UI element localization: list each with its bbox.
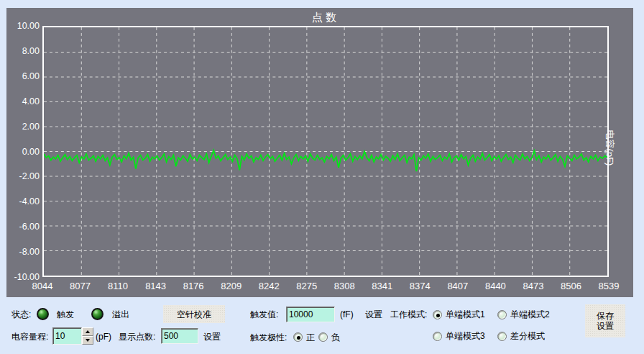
- radio-dot: [297, 336, 300, 340]
- display-points-label: 显示点数:: [119, 331, 155, 342]
- display-points-set-button[interactable]: 设置: [203, 331, 221, 342]
- radio-polarity-negative-label[interactable]: 负: [331, 332, 340, 343]
- y-tick-label: 10.00: [6, 20, 40, 32]
- x-tick-label: 8077: [59, 281, 102, 292]
- overflow-led: [91, 308, 104, 320]
- overflow-led-label: 溢出: [112, 309, 129, 320]
- x-tick-label: 8143: [134, 281, 178, 292]
- plot-area: [42, 26, 609, 277]
- stepper-up-icon[interactable]: [82, 327, 93, 336]
- x-tick-label: 8176: [172, 281, 215, 292]
- x-tick-label: 8308: [323, 281, 366, 292]
- chart-panel: 点数 10.008.006.004.002.000.00-2.00-4.00-6…: [6, 8, 633, 297]
- trigger-value-input[interactable]: [286, 307, 335, 322]
- x-tick-label: 8110: [96, 281, 139, 292]
- x-tick-label: 8044: [21, 281, 64, 292]
- radio-dot: [436, 314, 440, 317]
- x-tick-label: 8506: [549, 281, 592, 292]
- app-window: 点数 10.008.006.004.002.000.00-2.00-4.00-6…: [0, 0, 644, 354]
- cap-range-unit: (pF): [96, 331, 111, 342]
- x-tick-label: 8539: [587, 281, 630, 292]
- radio-differential-mode[interactable]: [497, 332, 507, 341]
- save-settings-button[interactable]: 保存设置: [585, 304, 625, 337]
- radio-polarity-positive-label[interactable]: 正: [306, 332, 315, 343]
- x-tick-label: 8341: [361, 281, 404, 292]
- x-tick-label: 8242: [247, 281, 290, 292]
- trigger-polarity-label: 触发极性:: [250, 332, 287, 343]
- x-tick-label: 8440: [474, 281, 517, 292]
- y-tick-label: 4.00: [6, 96, 40, 107]
- radio-single-mode-3-label[interactable]: 单端模式3: [446, 330, 485, 342]
- waveform-chart: [44, 27, 607, 276]
- display-points-input[interactable]: [161, 328, 198, 344]
- chart-title: 点数: [42, 11, 609, 24]
- trigger-led-label: 触发: [57, 309, 74, 320]
- x-tick-label: 8374: [398, 281, 441, 292]
- y-tick-label: 6.00: [6, 71, 40, 82]
- radio-polarity-positive[interactable]: [293, 332, 303, 342]
- x-tick-label: 8209: [210, 281, 253, 292]
- cap-range-label: 电容量程:: [12, 331, 48, 342]
- y-tick-label: 0.00: [6, 146, 40, 158]
- y-tick-label: 8.00: [6, 45, 40, 57]
- y-tick-label: -4.00: [6, 196, 40, 207]
- trigger-led: [37, 308, 49, 320]
- x-tick-label: 8407: [436, 281, 479, 292]
- stepper-down-icon[interactable]: [82, 336, 93, 345]
- y-tick-label: -2.00: [6, 171, 40, 182]
- work-mode-label: 工作模式:: [390, 309, 427, 320]
- radio-single-mode-2[interactable]: [497, 310, 507, 319]
- probe-calibrate-button[interactable]: 空针校准: [163, 305, 225, 323]
- trigger-value-set-button[interactable]: 设置: [365, 309, 382, 320]
- waveform-trace: [44, 150, 607, 171]
- radio-single-mode-1[interactable]: [433, 310, 442, 319]
- right-axis-label: 电容(pF): [604, 112, 616, 184]
- radio-polarity-negative[interactable]: [318, 332, 328, 342]
- y-tick-label: -6.00: [6, 221, 40, 232]
- grid-lines: [44, 27, 607, 276]
- trigger-value-unit: (fF): [340, 309, 354, 320]
- radio-single-mode-1-label[interactable]: 单端模式1: [446, 309, 485, 320]
- radio-single-mode-2-label[interactable]: 单端模式2: [510, 309, 550, 320]
- cap-range-input[interactable]: [52, 327, 82, 345]
- radio-single-mode-3[interactable]: [433, 332, 442, 341]
- radio-differential-mode-label[interactable]: 差分模式: [510, 330, 545, 342]
- y-tick-label: -8.00: [6, 246, 40, 258]
- y-tick-label: 2.00: [6, 121, 40, 132]
- x-tick-label: 8275: [285, 281, 328, 292]
- cap-range-stepper: [82, 327, 93, 345]
- trigger-value-label: 触发值:: [250, 309, 278, 320]
- status-label: 状态:: [12, 309, 31, 320]
- x-tick-label: 8473: [512, 281, 555, 292]
